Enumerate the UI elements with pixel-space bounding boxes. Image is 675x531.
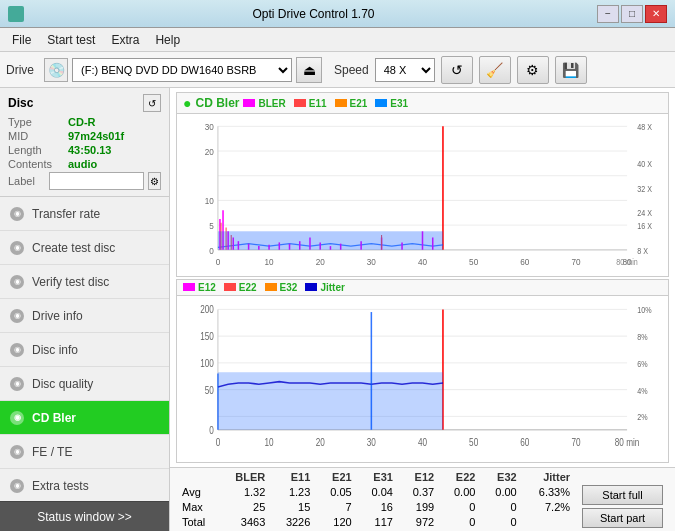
menu-help[interactable]: Help — [147, 31, 188, 49]
sidebar-item-transfer-rate[interactable]: ◉ Transfer rate — [0, 197, 169, 231]
status-window-button[interactable]: Status window >> — [0, 501, 169, 531]
max-label: Max — [176, 499, 220, 514]
cd-bler-icon: ◉ — [10, 411, 24, 425]
svg-text:6%: 6% — [637, 357, 648, 368]
legend-bler: BLER — [243, 98, 285, 109]
legend-e22: E22 — [224, 282, 257, 293]
maximize-button[interactable]: □ — [621, 5, 643, 23]
chart-e12: E12 E22 E32 Jitter — [176, 279, 669, 464]
max-e21: 7 — [316, 499, 357, 514]
col-header-actions — [576, 470, 669, 484]
sidebar-item-drive-info[interactable]: ◉ Drive info — [0, 299, 169, 333]
erase-button[interactable]: 🧹 — [479, 56, 511, 84]
disc-info-label: Disc info — [32, 343, 78, 357]
svg-rect-53 — [218, 231, 443, 250]
label-settings-icon[interactable]: ⚙ — [148, 172, 161, 190]
svg-text:0: 0 — [216, 435, 221, 447]
chart-e12-svg: 200 150 100 50 0 10% 8% 6% 4% 2% 0 10 — [177, 296, 668, 457]
svg-text:0: 0 — [216, 256, 221, 267]
max-e11: 15 — [271, 499, 316, 514]
svg-text:10: 10 — [265, 256, 274, 267]
save-button[interactable]: 💾 — [555, 56, 587, 84]
menu-start-test[interactable]: Start test — [39, 31, 103, 49]
col-header-e22: E22 — [440, 470, 481, 484]
svg-text:30: 30 — [205, 121, 214, 132]
refresh-button[interactable]: ↺ — [441, 56, 473, 84]
avg-e32: 0.00 — [481, 484, 522, 499]
avg-e22: 0.00 — [440, 484, 481, 499]
sidebar-item-create-test-disc[interactable]: ◉ Create test disc — [0, 231, 169, 265]
svg-text:50: 50 — [469, 256, 478, 267]
sidebar-item-verify-test-disc[interactable]: ◉ Verify test disc — [0, 265, 169, 299]
length-label: Length — [8, 144, 68, 156]
right-content: ● CD Bler BLER E11 E21 — [170, 88, 675, 531]
total-e31: 117 — [358, 514, 399, 529]
stats-data-table: BLER E11 E21 E31 E12 E22 E32 Jitter Avg — [176, 470, 669, 529]
avg-label: Avg — [176, 484, 220, 499]
speed-select[interactable]: 48 X — [375, 58, 435, 82]
disc-contents-row: Contents audio — [8, 158, 161, 170]
total-e21: 120 — [316, 514, 357, 529]
drive-info-icon: ◉ — [10, 309, 24, 323]
total-e11: 3226 — [271, 514, 316, 529]
legend-e12: E12 — [183, 282, 216, 293]
label-input[interactable] — [49, 172, 144, 190]
svg-text:40 X: 40 X — [637, 159, 652, 169]
col-header-bler: BLER — [220, 470, 272, 484]
svg-text:80 min: 80 min — [616, 257, 637, 267]
col-header-e12: E12 — [399, 470, 440, 484]
sidebar-item-extra-tests[interactable]: ◉ Extra tests — [0, 469, 169, 501]
svg-text:50: 50 — [469, 435, 478, 447]
col-header-e31: E31 — [358, 470, 399, 484]
svg-text:24 X: 24 X — [637, 209, 652, 219]
fe-te-label: FE / TE — [32, 445, 72, 459]
drive-info-label: Drive info — [32, 309, 83, 323]
svg-text:70: 70 — [571, 435, 580, 447]
eject-button[interactable]: ⏏ — [296, 57, 322, 83]
col-header-e21: E21 — [316, 470, 357, 484]
sidebar-item-fe-te[interactable]: ◉ FE / TE — [0, 435, 169, 469]
menu-extra[interactable]: Extra — [103, 31, 147, 49]
type-label: Type — [8, 116, 68, 128]
max-e31: 16 — [358, 499, 399, 514]
sidebar-item-disc-quality[interactable]: ◉ Disc quality — [0, 367, 169, 401]
length-value: 43:50.13 — [68, 144, 111, 156]
avg-e21: 0.05 — [316, 484, 357, 499]
disc-quality-icon: ◉ — [10, 377, 24, 391]
window-title: Opti Drive Control 1.70 — [252, 7, 374, 21]
start-full-button[interactable]: Start full — [582, 485, 663, 505]
drive-icon: 💿 — [44, 58, 68, 82]
settings-button[interactable]: ⚙ — [517, 56, 549, 84]
transfer-rate-icon: ◉ — [10, 207, 24, 221]
legend-e21: E21 — [335, 98, 368, 109]
stats-row-avg: Avg 1.32 1.23 0.05 0.04 0.37 0.00 0.00 6… — [176, 484, 669, 499]
svg-text:200: 200 — [200, 303, 214, 315]
minimize-button[interactable]: − — [597, 5, 619, 23]
svg-text:48 X: 48 X — [637, 122, 652, 132]
contents-label: Contents — [8, 158, 68, 170]
drive-label: Drive — [6, 63, 34, 77]
drivebar: Drive 💿 (F:) BENQ DVD DD DW1640 BSRB ⏏ S… — [0, 52, 675, 88]
close-button[interactable]: ✕ — [645, 5, 667, 23]
sidebar-item-disc-info[interactable]: ◉ Disc info — [0, 333, 169, 367]
transfer-rate-label: Transfer rate — [32, 207, 100, 221]
sidebar-item-cd-bler[interactable]: ◉ CD Bler — [0, 401, 169, 435]
svg-text:80 min: 80 min — [615, 435, 640, 447]
app-icon — [8, 6, 24, 22]
svg-text:20: 20 — [316, 435, 325, 447]
drive-select[interactable]: (F:) BENQ DVD DD DW1640 BSRB — [72, 58, 292, 82]
svg-text:10: 10 — [205, 195, 214, 206]
verify-test-disc-label: Verify test disc — [32, 275, 109, 289]
titlebar: Opti Drive Control 1.70 − □ ✕ — [0, 0, 675, 28]
legend-e11: E11 — [294, 98, 327, 109]
window-controls: − □ ✕ — [597, 5, 667, 23]
disc-refresh-icon[interactable]: ↺ — [143, 94, 161, 112]
contents-value: audio — [68, 158, 97, 170]
avg-e12: 0.37 — [399, 484, 440, 499]
svg-text:70: 70 — [571, 256, 580, 267]
start-part-button[interactable]: Start part — [582, 508, 663, 528]
menu-file[interactable]: File — [4, 31, 39, 49]
total-bler: 3463 — [220, 514, 272, 529]
chart-bler-legend: BLER E11 E21 E31 — [243, 98, 408, 109]
mid-label: MID — [8, 130, 68, 142]
